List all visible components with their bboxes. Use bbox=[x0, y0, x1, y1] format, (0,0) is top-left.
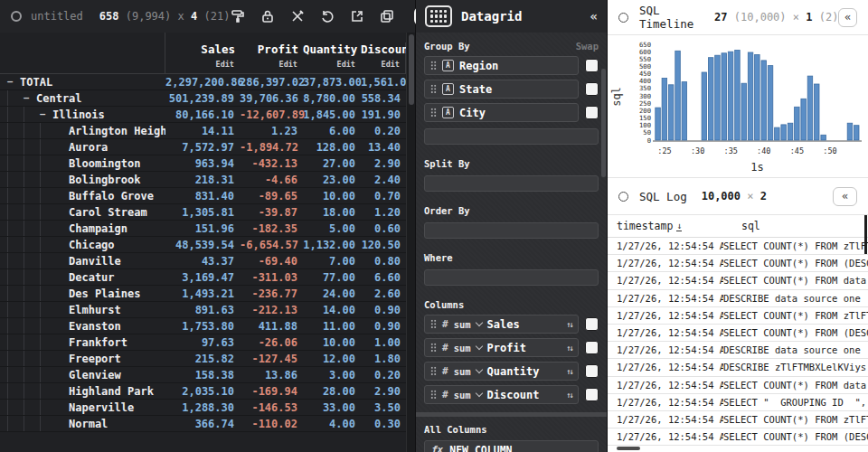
value-cell[interactable]: -146.53 bbox=[240, 401, 303, 414]
value-cell[interactable]: 1.23 bbox=[240, 125, 303, 137]
field-pill[interactable]: AState bbox=[424, 80, 579, 99]
field-checkbox[interactable] bbox=[585, 388, 599, 401]
field-pill[interactable]: #sumQuantity↑↓ bbox=[424, 362, 579, 381]
value-cell[interactable]: 191.90 bbox=[361, 108, 406, 121]
value-cell[interactable]: 215.82 bbox=[165, 353, 240, 365]
value-cell[interactable]: -236.77 bbox=[240, 287, 303, 300]
field-checkbox[interactable] bbox=[585, 317, 599, 331]
value-cell[interactable]: 151.96 bbox=[165, 222, 240, 235]
value-cell[interactable]: 2.40 bbox=[361, 174, 406, 186]
value-cell[interactable]: 2.60 bbox=[361, 287, 406, 300]
dataset-title[interactable]: untitled bbox=[31, 10, 83, 23]
table-row[interactable]: Buffalo Grove831.40-89.6510.000.70 bbox=[0, 188, 406, 204]
value-cell[interactable]: -182.35 bbox=[240, 222, 303, 235]
table-row[interactable]: Champaign151.96-182.355.000.60 bbox=[0, 221, 406, 237]
value-cell[interactable]: -127.45 bbox=[240, 353, 303, 365]
value-cell[interactable]: 0.20 bbox=[361, 369, 406, 381]
pen-cross-icon[interactable] bbox=[289, 8, 306, 24]
table-row[interactable]: Bloomington963.94-432.1327.002.90 bbox=[0, 155, 406, 172]
value-cell[interactable]: 1,561.09 bbox=[361, 76, 406, 89]
collapse-toggle-icon[interactable]: − bbox=[24, 92, 36, 104]
value-cell[interactable]: 1,753.80 bbox=[165, 320, 240, 333]
collapse-toggle-icon[interactable]: − bbox=[7, 76, 20, 88]
value-cell[interactable]: 158.38 bbox=[165, 369, 240, 381]
table-row[interactable]: Naperville1,288.30-146.5333.003.50 bbox=[0, 400, 406, 416]
value-cell[interactable]: 218.31 bbox=[165, 174, 240, 186]
value-cell[interactable]: 1.20 bbox=[361, 206, 406, 219]
value-cell[interactable]: -1,894.72 bbox=[240, 141, 303, 154]
collapse-timeline-button[interactable]: « bbox=[838, 8, 857, 27]
drag-handle-icon[interactable] bbox=[430, 366, 437, 376]
table-row[interactable]: Carol Stream1,305.81-39.8718.001.20 bbox=[0, 204, 406, 221]
undo-icon[interactable] bbox=[319, 8, 335, 24]
value-cell[interactable]: 27.00 bbox=[303, 157, 361, 170]
column-header-profit[interactable]: Profit bbox=[240, 42, 303, 58]
value-cell[interactable]: 0.90 bbox=[361, 304, 406, 316]
log-row[interactable]: 1/27/26, 12:54:54 AMDESCRIBE zTlFTMBXLel… bbox=[608, 359, 868, 376]
value-cell[interactable]: 0.90 bbox=[361, 320, 406, 333]
log-row[interactable]: 1/27/26, 12:54:54 AMSELECT "__GROUPING_I… bbox=[608, 394, 868, 411]
field-pill[interactable]: #sumSales↑↓ bbox=[424, 315, 579, 334]
duplicate-icon[interactable] bbox=[379, 8, 395, 24]
log-row[interactable]: 1/27/26, 12:54:54 AMSELECT COUNT(*) FROM… bbox=[608, 238, 868, 255]
value-cell[interactable]: 0.80 bbox=[361, 255, 406, 268]
log-row[interactable]: 1/27/26, 12:54:54 AMDESCRIBE data_source… bbox=[608, 342, 868, 359]
table-row[interactable]: Glenview158.3813.863.000.20 bbox=[0, 367, 406, 383]
table-row[interactable]: Highland Park2,035.10-169.9428.002.90 bbox=[0, 383, 406, 400]
value-cell[interactable]: 0.60 bbox=[361, 222, 406, 235]
value-cell[interactable]: -89.65 bbox=[240, 190, 303, 202]
value-cell[interactable]: 366.74 bbox=[165, 418, 240, 430]
table-row[interactable]: −Illinois80,166.10-12,607.891,845.00191.… bbox=[0, 107, 406, 123]
value-cell[interactable]: 11.00 bbox=[303, 320, 361, 333]
value-cell[interactable]: 48,539.54 bbox=[165, 239, 240, 251]
value-cell[interactable]: 963.94 bbox=[165, 157, 240, 170]
value-cell[interactable]: 831.40 bbox=[165, 190, 240, 202]
value-cell[interactable]: 891.63 bbox=[165, 304, 240, 316]
sql-log-title[interactable]: SQL Log bbox=[639, 190, 687, 203]
log-row[interactable]: 1/27/26, 12:54:54 AMSELECT COUNT(*) FROM… bbox=[608, 325, 868, 342]
lock-icon[interactable] bbox=[259, 8, 276, 24]
swap-button[interactable]: Swap bbox=[576, 41, 599, 52]
value-cell[interactable]: 97.63 bbox=[165, 336, 240, 349]
table-row[interactable]: Chicago48,539.54-6,654.571,132.00120.50 bbox=[0, 237, 406, 253]
sort-icon[interactable]: ↑↓ bbox=[566, 320, 572, 329]
sort-icon[interactable]: ↑↓ bbox=[566, 344, 572, 353]
field-pill[interactable]: ACity bbox=[424, 103, 579, 122]
group-by-empty-slot[interactable] bbox=[424, 128, 599, 145]
table-row[interactable]: Elmhurst891.63-212.1314.000.90 bbox=[0, 302, 406, 318]
aggregate-select[interactable]: sum bbox=[454, 366, 471, 377]
value-cell[interactable]: 8,780.00 bbox=[303, 92, 361, 105]
log-header-timestamp[interactable]: timestamp↓ bbox=[608, 220, 723, 232]
sort-icon[interactable]: ↑↓ bbox=[566, 367, 572, 376]
table-row[interactable]: Arlington Heights14.111.236.000.20 bbox=[0, 123, 406, 139]
new-column-button[interactable]: ƒx NEW COLUMN bbox=[424, 440, 599, 452]
table-row[interactable]: −TOTAL2,297,200.86286,397.0237,873.001,5… bbox=[0, 74, 406, 90]
drag-handle-icon[interactable] bbox=[430, 84, 437, 94]
drag-handle-icon[interactable] bbox=[430, 390, 437, 400]
value-cell[interactable]: 18.00 bbox=[303, 206, 361, 219]
value-cell[interactable]: 2,035.10 bbox=[165, 385, 240, 398]
field-pill[interactable]: #sumProfit↑↓ bbox=[424, 338, 579, 357]
where-empty-slot[interactable] bbox=[424, 269, 599, 286]
value-cell[interactable]: 14.11 bbox=[165, 125, 240, 137]
value-cell[interactable]: 3.00 bbox=[303, 369, 361, 381]
value-cell[interactable]: 128.00 bbox=[303, 141, 361, 154]
scrollbar-thumb[interactable] bbox=[409, 34, 414, 105]
value-cell[interactable]: 7.00 bbox=[303, 255, 361, 268]
log-row[interactable]: 1/27/26, 12:54:54 AMSELECT COUNT(*) FROM… bbox=[608, 377, 868, 394]
order-by-empty-slot[interactable] bbox=[424, 222, 599, 239]
drag-handle-icon[interactable] bbox=[430, 319, 437, 329]
edit-button-profit[interactable]: Edit bbox=[240, 58, 303, 73]
value-cell[interactable]: -432.13 bbox=[240, 157, 303, 170]
value-cell[interactable]: 1,288.30 bbox=[165, 401, 240, 414]
value-cell[interactable]: 10.00 bbox=[303, 336, 361, 349]
log-row[interactable]: 1/27/26, 12:54:54 AMSELECT COUNT(*) FROM… bbox=[608, 272, 868, 289]
value-cell[interactable]: 28.00 bbox=[303, 385, 361, 398]
value-cell[interactable]: 1,845.00 bbox=[303, 108, 361, 121]
value-cell[interactable]: 0.30 bbox=[361, 418, 406, 430]
value-cell[interactable]: -311.03 bbox=[240, 271, 303, 284]
table-row[interactable]: Des Plaines1,493.21-236.7724.002.60 bbox=[0, 286, 406, 302]
value-cell[interactable]: 12.00 bbox=[303, 353, 361, 365]
value-cell[interactable]: -212.13 bbox=[240, 304, 303, 316]
value-cell[interactable]: 1,493.21 bbox=[165, 287, 240, 300]
